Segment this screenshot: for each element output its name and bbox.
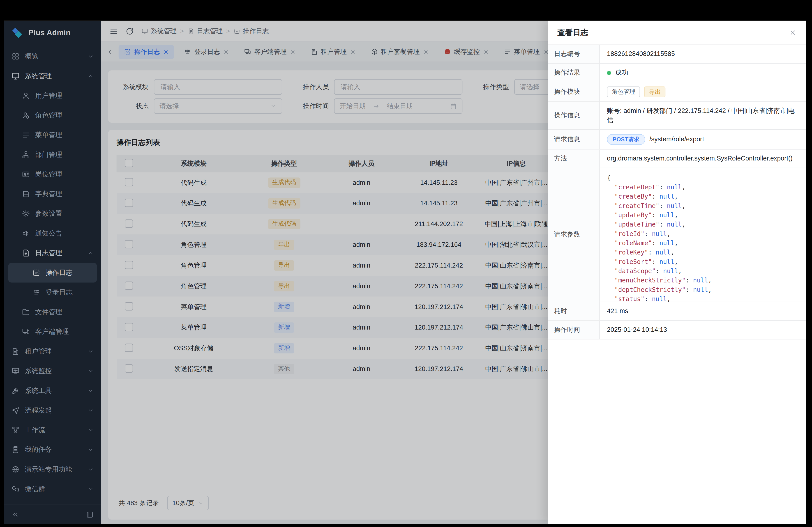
log-id-value: 1882612840802115585 (600, 45, 806, 63)
detail-row-request: 请求信息 POST请求 /system/role/export (548, 130, 806, 149)
log-detail-table: 日志编号 1882612840802115585 操作结果 成功 操作模块 角色… (548, 44, 806, 339)
drawer-header: 查看日志 (548, 21, 806, 45)
operation-time-value: 2025-01-24 10:14:13 (600, 321, 806, 339)
result-text: 成功 (615, 68, 628, 77)
request-params-code[interactable]: { "createDept": null, "createBy": null, … (600, 168, 806, 302)
detail-label: 请求信息 (548, 130, 600, 149)
action-tag: 导出 (644, 86, 665, 97)
module-value: 角色管理 导出 (600, 82, 806, 102)
view-log-drawer: 查看日志 日志编号 1882612840802115585 操作结果 成功 操作… (548, 21, 806, 524)
detail-label: 操作信息 (548, 102, 600, 129)
module-tag: 角色管理 (607, 86, 640, 97)
drawer-title: 查看日志 (557, 28, 588, 37)
post-method-tag: POST请求 (607, 134, 645, 145)
screen: Plus Admin 概览系统管理用户管理角色管理菜单管理部门管理岗位管理字典管… (0, 0, 812, 527)
detail-row-method: 方法 org.dromara.system.controller.system.… (548, 149, 806, 168)
operation-info-value: 账号: admin / 研发部门 / 222.175.114.242 / 中国|… (600, 102, 806, 129)
app-window: Plus Admin 概览系统管理用户管理角色管理菜单管理部门管理岗位管理字典管… (4, 21, 806, 524)
request-info-value: POST请求 /system/role/export (600, 130, 806, 149)
detail-row-log-id: 日志编号 1882612840802115585 (548, 45, 806, 64)
detail-label: 操作结果 (548, 63, 600, 81)
detail-row-module: 操作模块 角色管理 导出 (548, 82, 806, 102)
close-icon[interactable] (789, 29, 796, 36)
success-dot-icon (607, 71, 611, 75)
detail-row-result: 操作结果 成功 (548, 63, 806, 82)
detail-label: 操作模块 (548, 82, 600, 102)
detail-row-info: 操作信息 账号: admin / 研发部门 / 222.175.114.242 … (548, 102, 806, 130)
request-url: /system/role/export (649, 135, 704, 144)
detail-label: 耗时 (548, 302, 600, 320)
method-value: org.dromara.system.controller.system.Sys… (600, 149, 806, 167)
detail-label: 日志编号 (548, 45, 600, 63)
duration-value: 421 ms (600, 302, 806, 320)
detail-label: 操作时间 (548, 321, 600, 339)
result-value: 成功 (600, 63, 806, 81)
detail-row-time: 操作时间 2025-01-24 10:14:13 (548, 321, 806, 340)
detail-label: 请求参数 (548, 168, 600, 302)
detail-label: 方法 (548, 149, 600, 167)
detail-row-params: 请求参数 { "createDept": null, "createBy": n… (548, 168, 806, 302)
detail-row-duration: 耗时 421 ms (548, 302, 806, 321)
